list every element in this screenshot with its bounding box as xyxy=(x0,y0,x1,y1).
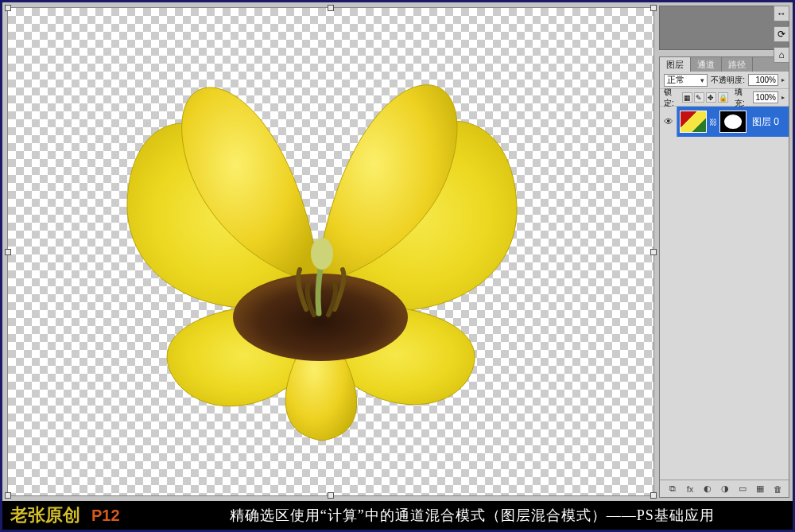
toolbar-button-1[interactable]: ↔ xyxy=(774,6,789,21)
fill-input[interactable]: 100% xyxy=(753,91,778,103)
layers-panel-footer: ⧉ fx ◐ ◑ ▭ ▦ 🗑 xyxy=(660,480,789,497)
document-canvas[interactable]: ✛ xyxy=(7,7,654,496)
blend-mode-value: 正常 xyxy=(667,74,684,86)
lock-transparency-icon[interactable]: ▦ xyxy=(682,92,692,103)
lock-position-icon[interactable]: ✥ xyxy=(706,92,716,103)
transform-handle-tr[interactable] xyxy=(650,5,657,11)
transform-handle-mr[interactable] xyxy=(650,249,657,255)
canvas-area: ✛ xyxy=(2,2,659,501)
mask-link-icon[interactable]: ⛓ xyxy=(709,118,717,126)
layer-name-label[interactable]: 图层 0 xyxy=(752,115,779,129)
layer-list: 👁 ⛓ 图层 0 xyxy=(660,107,789,480)
group-icon[interactable]: ▭ xyxy=(736,483,749,495)
opacity-flyout-icon[interactable]: ▸ xyxy=(781,76,785,83)
opacity-label: 不透明度: xyxy=(711,75,745,86)
toolbar-button-3[interactable]: ⌂ xyxy=(774,47,789,63)
svg-point-1 xyxy=(311,238,333,270)
delete-layer-icon[interactable]: 🗑 xyxy=(771,483,784,495)
fx-icon[interactable]: fx xyxy=(684,483,696,495)
transform-handle-br[interactable] xyxy=(650,492,657,499)
transform-handle-tl[interactable] xyxy=(5,5,11,11)
adjustment-layer-icon[interactable]: ◑ xyxy=(719,483,731,495)
fill-flyout-icon[interactable]: ▸ xyxy=(781,94,785,101)
new-layer-icon[interactable]: ▦ xyxy=(754,483,766,495)
tab-channels[interactable]: 通道 xyxy=(691,57,722,72)
toolbar-button-2[interactable]: ⟳ xyxy=(774,26,789,42)
opacity-input[interactable]: 100% xyxy=(748,74,778,86)
workspace: ✛ xyxy=(2,2,793,501)
flower-image[interactable] xyxy=(83,35,553,449)
blend-opacity-row: 正常 不透明度: 100% ▸ xyxy=(660,72,789,89)
app-frame: ✛ xyxy=(0,0,795,532)
caption-author: 老张原创 xyxy=(2,503,91,527)
add-mask-icon[interactable]: ◐ xyxy=(701,483,714,495)
layer-mask-thumbnail[interactable] xyxy=(719,111,747,133)
caption-page: P12 xyxy=(91,507,152,525)
lock-icons-group: ▦ ✎ ✥ 🔒 xyxy=(682,92,728,103)
transform-handle-ml[interactable] xyxy=(5,249,11,255)
lock-label: 锁定: xyxy=(664,87,679,109)
caption-title: 精确选区使用“计算”中的通道混合模式（图层混合模式）——PS基础应用 xyxy=(152,506,793,525)
lock-fill-row: 锁定: ▦ ✎ ✥ 🔒 填充: 100% ▸ xyxy=(660,89,789,107)
transform-handle-bm[interactable] xyxy=(328,492,334,499)
panel-tabs: 图层 通道 路径 xyxy=(660,57,789,72)
collapsed-toolbar: ↔ ⟳ ⌂ xyxy=(772,6,791,63)
tab-layers[interactable]: 图层 xyxy=(660,57,691,72)
transform-handle-tm[interactable] xyxy=(328,5,334,11)
tab-paths[interactable]: 路径 xyxy=(722,57,753,72)
link-layers-icon[interactable]: ⧉ xyxy=(666,483,679,495)
transform-handle-bl[interactable] xyxy=(5,492,11,499)
blend-mode-select[interactable]: 正常 xyxy=(664,74,708,87)
layer-thumbnail[interactable] xyxy=(680,111,707,133)
layer-visibility-toggle[interactable]: 👁 xyxy=(660,107,677,137)
layer-row-0[interactable]: 👁 ⛓ 图层 0 xyxy=(660,107,789,137)
fill-label: 填充: xyxy=(735,87,750,109)
lock-all-icon[interactable]: 🔒 xyxy=(718,92,728,103)
caption-bar: 老张原创 P12 精确选区使用“计算”中的通道混合模式（图层混合模式）——PS基… xyxy=(2,501,793,530)
layers-panel: 图层 通道 路径 正常 不透明度: 100% ▸ 锁定: ▦ ✎ xyxy=(659,56,789,498)
right-column: 图层 通道 路径 正常 不透明度: 100% ▸ 锁定: ▦ ✎ xyxy=(659,2,793,501)
lock-pixels-icon[interactable]: ✎ xyxy=(694,92,704,103)
navigator-collapsed[interactable] xyxy=(659,6,789,50)
